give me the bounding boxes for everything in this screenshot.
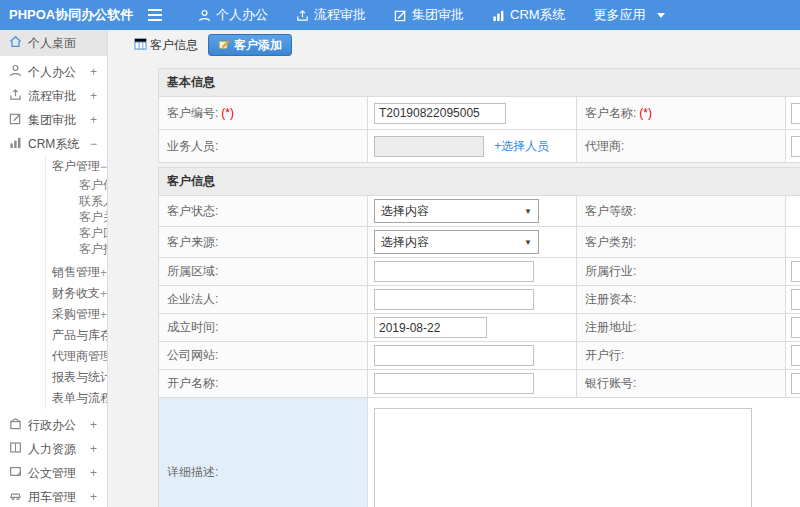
agent-input[interactable] xyxy=(791,136,800,157)
sidebar-item-personal-office[interactable]: 个人办公 + xyxy=(0,60,107,84)
nav-crm-system[interactable]: CRM系统 xyxy=(478,0,580,30)
sidebar-item-purchase-mgmt[interactable]: 采购管理 + xyxy=(46,304,107,325)
select-caret-icon: ▼ xyxy=(524,238,532,247)
hamburger-menu-icon[interactable] xyxy=(140,9,170,21)
table-grid-icon xyxy=(134,38,147,53)
expand-plus-icon[interactable]: + xyxy=(90,442,97,456)
expand-plus-icon[interactable]: + xyxy=(90,113,97,127)
sidebar-item-form-flow-settings[interactable]: 表单与流程设置 + xyxy=(46,388,107,409)
sidebar-item-vehicle-mgmt[interactable]: 用车管理 + xyxy=(0,485,107,507)
sidebar-item-customer-care[interactable]: 客户关怀 xyxy=(46,209,107,225)
sidebar-item-crm[interactable]: CRM系统 − xyxy=(0,132,107,156)
flow-approve-icon xyxy=(296,9,309,22)
label-bank-account: 银行账号: xyxy=(577,370,786,398)
website-input[interactable] xyxy=(374,345,534,366)
tab-bar: 客户信息 客户添加 xyxy=(108,30,800,60)
sidebar-item-hr[interactable]: 人力资源 + xyxy=(0,437,107,461)
sidebar-item-customer-mgmt[interactable]: 客户管理 − xyxy=(46,156,107,177)
sidebar-item-admin-office[interactable]: 行政办公 + xyxy=(0,413,107,437)
expand-plus-icon[interactable]: + xyxy=(100,266,107,280)
app-logo: PHPOA协同办公软件 xyxy=(0,6,140,24)
label-region: 所属区域: xyxy=(159,258,368,286)
top-header: PHPOA协同办公软件 个人办公 流程审批 集团审批 CRM系统 更多应用 xyxy=(0,0,800,30)
pencil-add-icon xyxy=(218,38,230,53)
source-select[interactable]: 选择内容 ▼ xyxy=(374,230,539,254)
expand-plus-icon[interactable]: + xyxy=(90,65,97,79)
required-mark: (*) xyxy=(221,106,234,120)
expand-plus-icon[interactable]: + xyxy=(100,308,107,322)
collapse-minus-icon[interactable]: − xyxy=(100,160,107,174)
customer-name-input[interactable] xyxy=(791,103,800,124)
status-select[interactable]: 选择内容 ▼ xyxy=(374,199,539,223)
label-customer-no: 客户编号:(*) xyxy=(159,97,368,130)
required-mark: (*) xyxy=(639,106,652,120)
sidebar-item-product-stock[interactable]: 产品与库存 + xyxy=(46,325,107,346)
region-input[interactable] xyxy=(374,261,534,282)
nav-flow-approval[interactable]: 流程审批 xyxy=(282,0,380,30)
label-description: 详细描述: xyxy=(159,398,368,507)
bank-account-input[interactable] xyxy=(791,373,800,394)
expand-plus-icon[interactable]: + xyxy=(90,418,97,432)
reg-capital-input[interactable] xyxy=(791,289,800,310)
tab-customer-add[interactable]: 客户添加 xyxy=(208,34,292,56)
bank-input[interactable] xyxy=(791,345,800,366)
section-title-customer: 客户信息 xyxy=(159,168,800,196)
label-account-name: 开户名称: xyxy=(159,370,368,398)
customer-add-form: 基本信息 客户编号:(*) 客户名称:(*) 业务人员: +选择人员 代理商: xyxy=(158,68,800,507)
reg-address-input[interactable] xyxy=(791,317,800,338)
sidebar-item-desktop[interactable]: 个人桌面 xyxy=(0,30,107,56)
user-icon xyxy=(198,9,211,22)
user-icon xyxy=(9,64,22,80)
label-reg-capital: 注册资本: xyxy=(577,286,786,314)
salesperson-input[interactable] xyxy=(374,136,484,157)
label-source: 客户来源: xyxy=(159,227,368,258)
description-textarea[interactable] xyxy=(374,408,752,507)
flow-approve-icon xyxy=(9,88,22,104)
industry-input[interactable] xyxy=(791,261,800,282)
collapse-minus-icon[interactable]: − xyxy=(90,137,97,151)
header-nav: 个人办公 流程审批 集团审批 CRM系统 更多应用 xyxy=(184,0,679,30)
expand-plus-icon[interactable]: + xyxy=(100,287,107,301)
sidebar: 个人桌面 个人办公 + 流程审批 + 集团审批 + CRM系统 − 客户管理 −… xyxy=(0,30,108,507)
nav-more-apps[interactable]: 更多应用 xyxy=(580,0,679,30)
select-personnel-link[interactable]: +选择人员 xyxy=(494,139,549,153)
label-grade: 客户等级: xyxy=(577,196,786,227)
founded-date-input[interactable] xyxy=(374,317,487,338)
edit-square-icon xyxy=(394,9,407,22)
label-agent: 代理商: xyxy=(577,130,786,163)
sidebar-item-customer-visit[interactable]: 客户回访 xyxy=(46,225,107,241)
expand-plus-icon[interactable]: + xyxy=(90,466,97,480)
car-icon xyxy=(9,489,22,505)
sidebar-item-reports[interactable]: 报表与统计 xyxy=(46,367,107,388)
home-icon xyxy=(9,35,22,51)
label-status: 客户状态: xyxy=(159,196,368,227)
sidebar-item-flow-approval[interactable]: 流程审批 + xyxy=(0,84,107,108)
expand-plus-icon[interactable]: + xyxy=(90,490,97,504)
label-founded-date: 成立时间: xyxy=(159,314,368,342)
sidebar-item-document-mgmt[interactable]: 公文管理 + xyxy=(0,461,107,485)
building-icon xyxy=(9,417,22,433)
bar-chart-icon xyxy=(9,136,22,152)
legal-person-input[interactable] xyxy=(374,289,534,310)
sidebar-item-agent-mgmt[interactable]: 代理商管理 + xyxy=(46,346,107,367)
bar-chart-icon xyxy=(492,9,505,22)
account-name-input[interactable] xyxy=(374,373,534,394)
sidebar-item-customer-info[interactable]: 客户信息 xyxy=(46,177,107,193)
nav-group-approval[interactable]: 集团审批 xyxy=(380,0,478,30)
customer-no-input[interactable] xyxy=(374,103,506,124)
main-content: 客户信息 客户添加 基本信息 客户编号:(*) 客户名称:(*) 业务人员: xyxy=(108,30,800,507)
expand-plus-icon[interactable]: + xyxy=(90,89,97,103)
nav-personal-office[interactable]: 个人办公 xyxy=(184,0,282,30)
label-reg-address: 注册地址: xyxy=(577,314,786,342)
sidebar-item-sales-mgmt[interactable]: 销售管理 + xyxy=(46,262,107,283)
sidebar-item-customer-complaint[interactable]: 客户投诉 xyxy=(46,241,107,257)
label-salesperson: 业务人员: xyxy=(159,130,368,163)
label-category: 客户类别: xyxy=(577,227,786,258)
sidebar-item-group-approval[interactable]: 集团审批 + xyxy=(0,108,107,132)
label-website: 公司网站: xyxy=(159,342,368,370)
tab-customer-info[interactable]: 客户信息 xyxy=(134,37,198,54)
book-icon xyxy=(9,441,22,457)
caret-down-icon xyxy=(657,13,665,18)
sidebar-item-finance[interactable]: 财务收支 + xyxy=(46,283,107,304)
sidebar-item-contacts[interactable]: 联系人 xyxy=(46,193,107,209)
